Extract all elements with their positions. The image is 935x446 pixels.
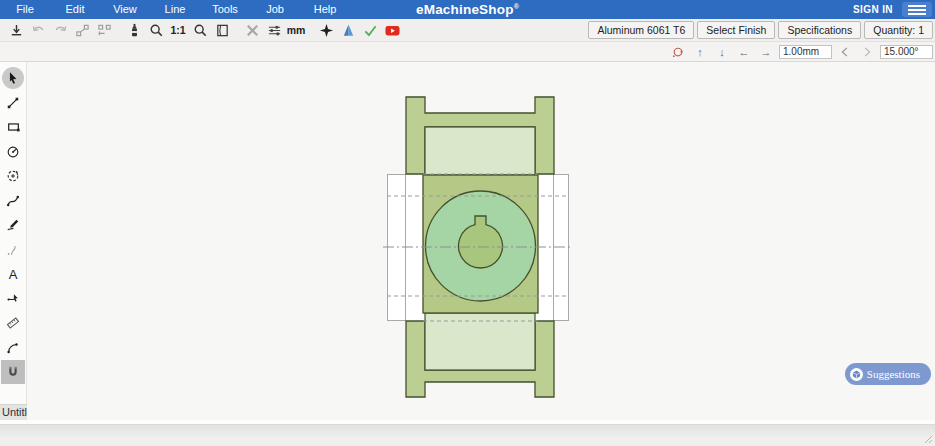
check-design-icon[interactable]: [359, 20, 381, 41]
toolbar-icon-group: 1:1 mm: [0, 20, 403, 41]
rotate-angle-input[interactable]: [880, 45, 933, 59]
menu-view[interactable]: View: [100, 0, 150, 19]
text-tool[interactable]: A: [1, 262, 25, 286]
hamburger-menu-icon[interactable]: [902, 2, 932, 17]
delete-icon[interactable]: [241, 20, 263, 41]
registered-mark: ®: [514, 3, 519, 10]
circle-tool[interactable]: [1, 140, 25, 164]
rotate-reset-icon[interactable]: [669, 44, 687, 60]
nudge-step-input[interactable]: [779, 45, 832, 59]
menu-line[interactable]: Line: [150, 0, 200, 19]
menu-edit[interactable]: Edit: [50, 0, 100, 19]
freehand-tool[interactable]: [1, 213, 25, 237]
line-settings-icon[interactable]: [263, 20, 285, 41]
pages-icon[interactable]: [211, 20, 233, 41]
suggestion-gem-icon: [850, 368, 863, 381]
arc-tool[interactable]: [1, 164, 25, 188]
view-3d-icon[interactable]: [337, 20, 359, 41]
nudge-up-icon[interactable]: ↑: [691, 44, 709, 60]
rotate-ccw-icon[interactable]: [836, 44, 854, 60]
curve-tool[interactable]: [1, 238, 25, 262]
drawing-canvas[interactable]: [27, 62, 935, 421]
quantity-button[interactable]: Quantity: 1: [864, 21, 933, 39]
nudge-right-icon[interactable]: →: [757, 44, 775, 60]
youtube-help-icon[interactable]: [381, 20, 403, 41]
zoom-in-icon[interactable]: [145, 20, 167, 41]
suggestions-button[interactable]: Suggestions: [846, 364, 930, 384]
rotate-cw-icon[interactable]: [858, 44, 876, 60]
resize-grip-icon[interactable]: [924, 435, 933, 444]
part-bottom-inset[interactable]: [425, 313, 535, 370]
menu-help[interactable]: Help: [300, 0, 350, 19]
sign-in-button[interactable]: SIGN IN: [853, 4, 893, 15]
zoom-out-icon[interactable]: [189, 20, 211, 41]
menu-file[interactable]: File: [0, 0, 50, 19]
paste-nodes-icon[interactable]: [93, 20, 115, 41]
select-finish-button[interactable]: Select Finish: [697, 21, 775, 39]
zoom-actual-label[interactable]: 1:1: [167, 20, 189, 41]
main-toolbar: 1:1 mm: [0, 19, 935, 42]
menu-job[interactable]: Job: [250, 0, 300, 19]
nudge-down-icon[interactable]: ↓: [713, 44, 731, 60]
material-button[interactable]: Aluminum 6061 T6: [588, 21, 694, 39]
cad-drawing: [27, 62, 935, 421]
center-view-icon[interactable]: [315, 20, 337, 41]
menu-tools[interactable]: Tools: [200, 0, 250, 19]
emachineshop-app: File Edit View Line Tools Job Help eMach…: [0, 0, 935, 446]
part-option-buttons: Aluminum 6061 T6 Select Finish Specifica…: [588, 21, 935, 39]
nudge-left-icon[interactable]: ←: [735, 44, 753, 60]
glue-icon[interactable]: [123, 20, 145, 41]
part-top-inset[interactable]: [425, 127, 535, 175]
menu-items: File Edit View Line Tools Job Help: [0, 0, 350, 19]
units-label[interactable]: mm: [285, 20, 307, 41]
specifications-button[interactable]: Specifications: [778, 21, 861, 39]
export-icon[interactable]: [5, 20, 27, 41]
tool-sidebar: A: [0, 62, 27, 405]
spline-tool[interactable]: [1, 189, 25, 213]
node-edit-tool[interactable]: [1, 287, 25, 311]
document-tab[interactable]: Untitled: [0, 404, 27, 420]
fillet-tool[interactable]: [1, 336, 25, 360]
select-tool[interactable]: [2, 67, 24, 89]
copy-nodes-icon[interactable]: [71, 20, 93, 41]
horizontal-scrollbar[interactable]: [0, 424, 935, 446]
undo-icon[interactable]: [27, 20, 49, 41]
snap-magnet-tool[interactable]: [1, 360, 25, 384]
menu-bar: File Edit View Line Tools Job Help eMach…: [0, 0, 935, 19]
line-tool[interactable]: [1, 91, 25, 115]
rectangle-tool[interactable]: [1, 115, 25, 139]
nudge-toolbar: ↑ ↓ ← →: [0, 42, 935, 62]
redo-icon[interactable]: [49, 20, 71, 41]
measure-tool[interactable]: [1, 311, 25, 335]
